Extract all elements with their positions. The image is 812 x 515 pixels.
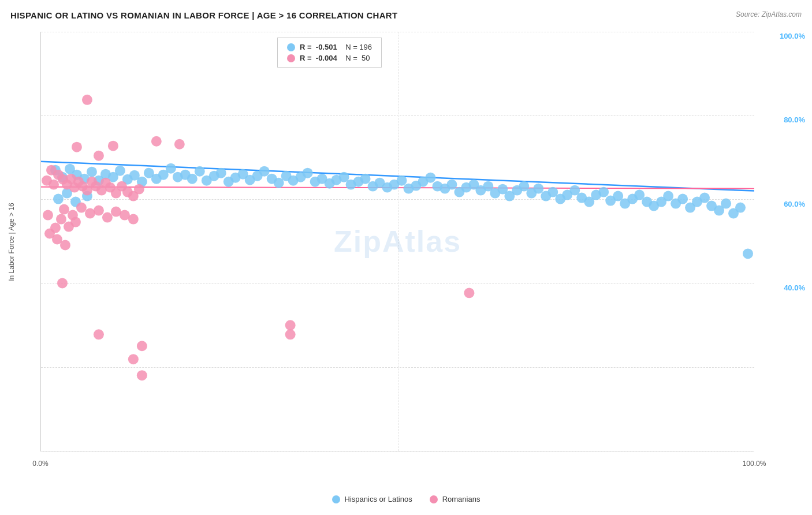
y-tick-40: 40.0% [784,283,805,292]
svg-point-139 [57,278,68,288]
svg-point-103 [82,95,92,105]
svg-point-54 [425,173,435,183]
svg-point-145 [285,320,296,330]
plot-area: ZipAtlas [40,32,754,451]
svg-point-37 [303,168,313,178]
svg-point-151 [70,217,81,227]
x-tick-100: 100.0% [743,460,766,468]
legend-dot-blue [287,43,295,51]
legend-pink-r: R = -0.004 N = 50 [300,54,370,62]
bottom-legend: Hispanics or Latinos Romanians [0,495,812,503]
svg-point-144 [285,329,296,339]
svg-point-78 [598,187,609,197]
svg-point-105 [174,139,185,150]
svg-point-18 [166,163,176,174]
svg-point-45 [360,174,371,184]
legend-bottom-label-pink: Romanians [442,495,481,503]
y-tick-80: 80.0% [784,115,805,124]
legend-row-blue: R = -0.501 N = 196 [287,43,372,51]
svg-point-107 [94,151,104,161]
svg-point-111 [49,180,59,190]
legend-row-pink: R = -0.004 N = 50 [287,54,372,62]
svg-point-132 [76,203,87,213]
svg-point-95 [721,199,731,209]
legend-dot-pink [287,54,295,62]
svg-point-147 [43,210,53,221]
svg-point-141 [128,354,139,364]
svg-point-89 [677,194,688,204]
svg-point-142 [137,370,147,380]
svg-point-140 [94,329,104,339]
svg-point-57 [446,180,457,190]
legend-item-pink: Romanians [430,495,481,503]
svg-point-87 [663,191,673,201]
svg-point-50 [397,176,407,186]
svg-point-129 [134,184,144,195]
chart-container: HISPANIC OR LATINO VS ROMANIAN IN LABOR … [0,0,812,515]
svg-point-104 [151,136,162,147]
legend-bottom-dot-pink [430,495,438,503]
svg-point-130 [59,204,69,215]
svg-point-22 [195,166,205,177]
svg-point-146 [464,288,474,298]
legend-box: R = -0.501 N = 196 R = -0.004 N = 50 [277,38,382,68]
svg-point-25 [216,168,226,178]
svg-point-11 [115,166,125,176]
svg-point-69 [533,184,543,194]
svg-point-135 [102,212,113,223]
chart-title: HISPANIC OR LATINO VS ROMANIAN IN LABOR … [10,10,397,20]
svg-point-92 [699,193,710,203]
legend-item-blue: Hispanics or Latinos [332,495,412,503]
svg-point-108 [108,141,118,151]
svg-point-7 [87,167,97,177]
source-label: Source: ZipAtlas.com [736,10,802,18]
svg-point-31 [259,166,270,177]
svg-point-21 [187,174,198,184]
svg-point-99 [53,194,64,204]
svg-point-138 [128,214,139,225]
svg-point-154 [60,240,70,251]
y-tick-60: 60.0% [784,200,805,208]
legend-blue-r: R = -0.501 N = 196 [300,43,372,51]
svg-point-149 [56,214,66,225]
svg-point-97 [735,203,746,213]
legend-bottom-label-blue: Hispanics or Latinos [345,495,412,503]
svg-point-134 [94,206,104,216]
scatter-svg [41,32,754,451]
svg-point-143 [137,341,147,351]
svg-point-106 [72,142,82,152]
legend-bottom-dot-blue [332,495,340,503]
y-tick-100: 100.0% [780,32,805,40]
y-axis-label: In Labor Force | Age > 16 [6,32,17,451]
svg-point-98 [743,248,753,259]
x-tick-0: 0.0% [32,460,48,468]
